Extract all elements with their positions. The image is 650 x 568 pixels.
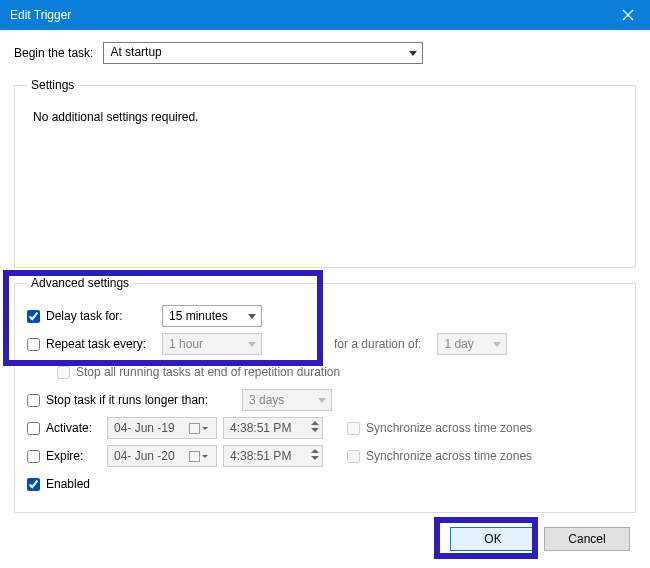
stop-if-longer-value: 3 days bbox=[249, 393, 284, 407]
delay-checkbox[interactable] bbox=[27, 310, 40, 323]
repeat-value: 1 hour bbox=[169, 337, 203, 351]
cancel-button[interactable]: Cancel bbox=[544, 527, 630, 551]
cancel-label: Cancel bbox=[568, 532, 605, 546]
expire-date-value: 04- Jun -20 bbox=[114, 449, 175, 463]
activate-sync-label: Synchronize across time zones bbox=[366, 421, 532, 435]
begin-task-select[interactable]: At startup bbox=[103, 42, 423, 64]
enabled-checkbox[interactable] bbox=[27, 478, 40, 491]
stop-repetition-checkbox bbox=[57, 366, 70, 379]
advanced-settings-group: Advanced settings Delay task for: 15 min… bbox=[14, 276, 636, 513]
calendar-icon bbox=[189, 451, 200, 462]
settings-group: Settings No additional settings required… bbox=[14, 78, 636, 268]
close-button[interactable] bbox=[606, 0, 650, 30]
activate-time-value: 4:38:51 PM bbox=[230, 421, 291, 435]
spinner-icon bbox=[311, 449, 319, 460]
stop-repetition-label: Stop all running tasks at end of repetit… bbox=[76, 365, 340, 379]
begin-task-value: At startup bbox=[110, 45, 161, 59]
delay-select[interactable]: 15 minutes bbox=[162, 305, 262, 327]
expire-sync-label: Synchronize across time zones bbox=[366, 449, 532, 463]
duration-value: 1 day bbox=[444, 337, 473, 351]
window-title: Edit Trigger bbox=[10, 8, 71, 22]
duration-select[interactable]: 1 day bbox=[437, 333, 507, 355]
duration-label: for a duration of: bbox=[334, 337, 421, 351]
activate-time[interactable]: 4:38:51 PM bbox=[223, 417, 323, 439]
chevron-down-icon bbox=[202, 427, 208, 430]
calendar-icon bbox=[189, 423, 200, 434]
activate-date[interactable]: 04- Jun -19 bbox=[107, 417, 217, 439]
repeat-select[interactable]: 1 hour bbox=[162, 333, 262, 355]
delay-value: 15 minutes bbox=[169, 309, 228, 323]
activate-label: Activate: bbox=[46, 421, 101, 435]
advanced-legend: Advanced settings bbox=[27, 276, 133, 290]
expire-date[interactable]: 04- Jun -20 bbox=[107, 445, 217, 467]
activate-sync-checkbox bbox=[347, 422, 360, 435]
spinner-icon bbox=[311, 421, 319, 432]
chevron-down-icon bbox=[202, 455, 208, 458]
repeat-label: Repeat task every: bbox=[46, 337, 156, 351]
expire-time[interactable]: 4:38:51 PM bbox=[223, 445, 323, 467]
expire-time-value: 4:38:51 PM bbox=[230, 449, 291, 463]
settings-text: No additional settings required. bbox=[27, 102, 623, 124]
expire-label: Expire: bbox=[46, 449, 101, 463]
activate-checkbox[interactable] bbox=[27, 422, 40, 435]
ok-button[interactable]: OK bbox=[450, 527, 536, 551]
repeat-checkbox[interactable] bbox=[27, 338, 40, 351]
stop-if-longer-label: Stop task if it runs longer than: bbox=[46, 393, 236, 407]
ok-label: OK bbox=[484, 532, 501, 546]
stop-if-longer-select[interactable]: 3 days bbox=[242, 389, 332, 411]
delay-label: Delay task for: bbox=[46, 309, 156, 323]
settings-legend: Settings bbox=[27, 78, 78, 92]
expire-checkbox[interactable] bbox=[27, 450, 40, 463]
activate-date-value: 04- Jun -19 bbox=[114, 421, 175, 435]
expire-sync-checkbox bbox=[347, 450, 360, 463]
close-icon bbox=[622, 9, 634, 21]
enabled-label: Enabled bbox=[46, 477, 90, 491]
begin-task-label: Begin the task: bbox=[14, 46, 93, 60]
title-bar: Edit Trigger bbox=[0, 0, 650, 30]
stop-if-longer-checkbox[interactable] bbox=[27, 394, 40, 407]
